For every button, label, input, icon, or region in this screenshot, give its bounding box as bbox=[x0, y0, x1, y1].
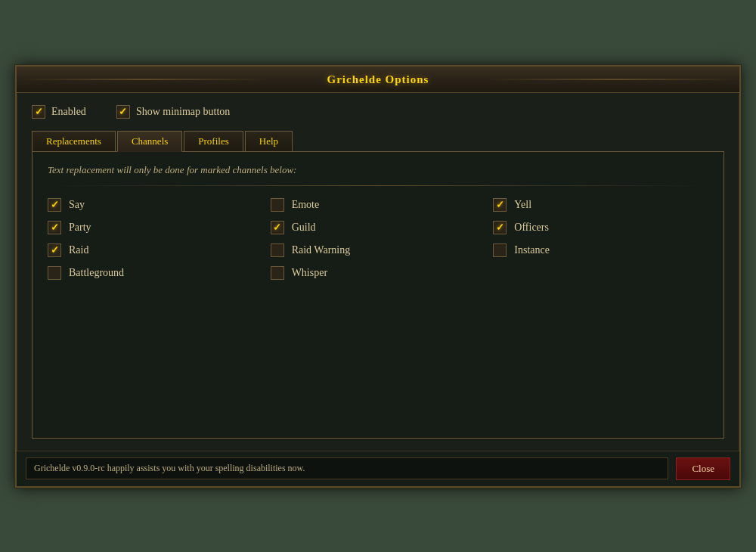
channel-guild[interactable]: Guild bbox=[271, 221, 486, 234]
enabled-checkbox[interactable] bbox=[32, 105, 45, 119]
content-area: Enabled Show minimap button Replacements… bbox=[17, 93, 739, 451]
channel-raid-warning[interactable]: Raid Warning bbox=[271, 243, 486, 257]
instance-label: Instance bbox=[514, 244, 550, 256]
guild-label: Guild bbox=[292, 222, 316, 234]
raid-checkbox[interactable] bbox=[48, 243, 61, 257]
emote-label: Emote bbox=[292, 199, 320, 211]
tab-bar: Replacements Channels Profiles Help bbox=[32, 131, 724, 151]
guild-checkbox[interactable] bbox=[271, 221, 284, 234]
enabled-label: Enabled bbox=[51, 106, 86, 118]
window-title: Grichelde Options bbox=[327, 73, 429, 85]
emote-checkbox[interactable] bbox=[271, 198, 284, 212]
top-options: Enabled Show minimap button bbox=[32, 105, 724, 119]
minimap-option[interactable]: Show minimap button bbox=[116, 105, 230, 119]
footer: Grichelde v0.9.0-rc happily assists you … bbox=[17, 451, 739, 486]
raid-warning-label: Raid Warning bbox=[292, 244, 351, 256]
battleground-checkbox[interactable] bbox=[48, 266, 61, 280]
status-text: Grichelde v0.9.0-rc happily assists you … bbox=[26, 457, 668, 479]
channel-instance[interactable]: Instance bbox=[493, 243, 708, 257]
channel-battleground[interactable]: Battleground bbox=[48, 266, 263, 280]
yell-checkbox[interactable] bbox=[493, 198, 507, 212]
channel-say[interactable]: Say bbox=[48, 198, 263, 212]
battleground-label: Battleground bbox=[69, 267, 124, 279]
channel-officers[interactable]: Officers bbox=[493, 221, 708, 234]
title-bar: Grichelde Options bbox=[17, 67, 739, 93]
party-checkbox[interactable] bbox=[48, 221, 61, 234]
panel-description: Text replacement will only be done for m… bbox=[48, 164, 708, 176]
minimap-checkbox[interactable] bbox=[116, 105, 130, 119]
close-button[interactable]: Close bbox=[676, 457, 730, 480]
channels-grid: Say Emote Yell Party bbox=[48, 198, 708, 280]
whisper-checkbox[interactable] bbox=[271, 266, 284, 280]
channels-panel: Text replacement will only be done for m… bbox=[32, 151, 724, 439]
whisper-label: Whisper bbox=[292, 267, 327, 279]
tab-replacements[interactable]: Replacements bbox=[32, 131, 116, 151]
channel-party[interactable]: Party bbox=[48, 221, 263, 234]
minimap-label: Show minimap button bbox=[136, 106, 230, 118]
officers-label: Officers bbox=[514, 222, 549, 234]
channel-whisper[interactable]: Whisper bbox=[271, 266, 486, 280]
panel-divider bbox=[48, 185, 708, 186]
officers-checkbox[interactable] bbox=[493, 221, 507, 234]
enabled-option[interactable]: Enabled bbox=[32, 105, 86, 119]
channel-raid[interactable]: Raid bbox=[48, 243, 263, 257]
tab-channels[interactable]: Channels bbox=[117, 131, 182, 152]
channel-yell[interactable]: Yell bbox=[493, 198, 708, 212]
tab-profiles[interactable]: Profiles bbox=[184, 131, 243, 151]
yell-label: Yell bbox=[514, 199, 531, 211]
instance-checkbox[interactable] bbox=[493, 243, 507, 257]
channel-emote[interactable]: Emote bbox=[271, 198, 486, 212]
tab-help[interactable]: Help bbox=[245, 131, 293, 151]
raid-warning-checkbox[interactable] bbox=[271, 243, 284, 257]
party-label: Party bbox=[69, 222, 91, 234]
say-label: Say bbox=[69, 199, 85, 211]
say-checkbox[interactable] bbox=[48, 198, 61, 212]
raid-label: Raid bbox=[69, 244, 88, 256]
main-window: Grichelde Options Enabled Show minimap b… bbox=[15, 65, 741, 488]
